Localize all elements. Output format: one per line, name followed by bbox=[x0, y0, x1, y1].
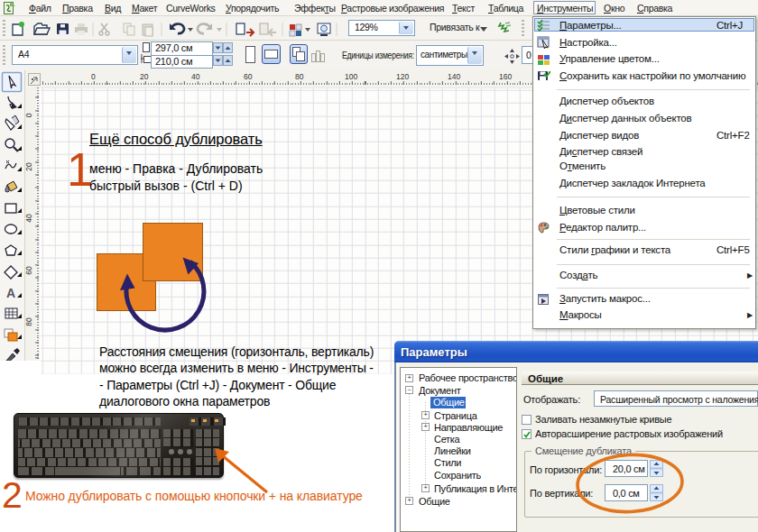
svg-text:A: A bbox=[6, 286, 15, 300]
